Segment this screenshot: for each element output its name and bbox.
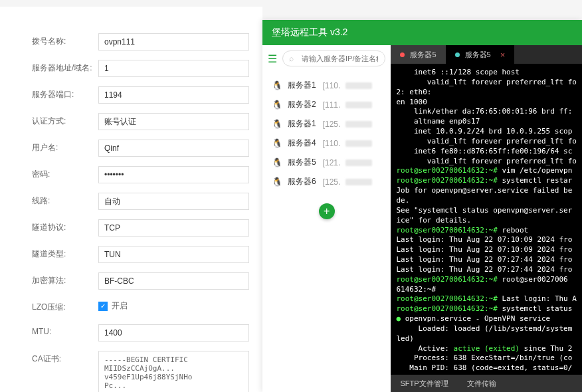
redacted: [345, 179, 372, 185]
server-list-item[interactable]: 🐧服务器4 [110.: [262, 134, 391, 153]
mtu-label: MTU:: [32, 324, 98, 336]
redacted: [345, 102, 372, 108]
server-list-item[interactable]: 🐧服务器1 [125.: [262, 114, 391, 134]
server-port-label: 服务器端口:: [32, 86, 98, 100]
linux-icon: 🐧: [272, 157, 282, 167]
server-name: 服务器6: [288, 176, 316, 187]
ca-cert-textarea[interactable]: -----BEGIN CERTIFIC MIIDSzCCAjOgA... v45…: [98, 351, 249, 392]
linux-icon: 🐧: [272, 177, 282, 187]
terminal-tab[interactable]: 服务器5: [391, 45, 445, 64]
server-port-input[interactable]: [98, 86, 249, 104]
server-search-input[interactable]: [282, 50, 385, 66]
server-name: 服务器4: [288, 138, 316, 149]
linux-icon: 🐧: [272, 80, 282, 90]
linux-icon: 🐧: [272, 138, 282, 148]
server-ip: [111.: [323, 100, 341, 110]
status-dot-icon: [455, 52, 460, 57]
status-dot-icon: [400, 52, 405, 57]
server-ip: [110.: [323, 139, 341, 148]
server-list-item[interactable]: 🐧服务器5 [121.: [262, 153, 391, 172]
server-addr-input[interactable]: [98, 60, 249, 77]
server-list-item[interactable]: 🐧服务器1 [110.: [262, 76, 391, 95]
vpn-config-form: 拨号名称: 服务器地址/域名: 服务器端口: 认证方式: 用户名: 密码: 线路…: [0, 7, 262, 392]
server-addr-label: 服务器地址/域名:: [32, 60, 98, 74]
username-label: 用户名:: [32, 140, 98, 153]
password-input[interactable]: [98, 166, 249, 183]
bottom-tab[interactable]: 文件传输: [458, 375, 506, 392]
server-name: 服务器2: [288, 99, 316, 110]
ca-cert-label: CA证书:: [32, 351, 98, 365]
route-select[interactable]: [98, 193, 249, 210]
tab-label: 服务器5: [410, 50, 436, 60]
route-label: 线路:: [32, 193, 98, 207]
tunnel-type-select[interactable]: [98, 246, 249, 263]
server-list-panel: ☰ ⌕ 🐧服务器1 [110.🐧服务器2 [111.🐧服务器1 [125.🐧服务…: [262, 45, 391, 392]
cipher-select[interactable]: [98, 272, 249, 290]
auth-label: 认证方式:: [32, 113, 98, 127]
dial-name-input[interactable]: [98, 33, 249, 50]
tunnel-type-label: 隧道类型:: [32, 246, 98, 260]
remote-tool-window: 堡塔远程工具 v3.2 ☰ ⌕ 🐧服务器1 [110.🐧服务器2 [111.🐧服…: [262, 20, 582, 392]
menu-icon[interactable]: ☰: [268, 52, 277, 65]
redacted: [345, 140, 372, 147]
bottom-tab[interactable]: SFTP文件管理: [391, 375, 457, 392]
linux-icon: 🐧: [272, 119, 282, 129]
redacted: [345, 121, 372, 128]
tunnel-proto-select[interactable]: [98, 219, 249, 237]
window-title: 堡塔远程工具 v3.2: [262, 20, 582, 45]
server-list-item[interactable]: 🐧服务器2 [111.: [262, 95, 391, 114]
redacted: [345, 159, 372, 166]
password-label: 密码:: [32, 166, 98, 180]
terminal-output[interactable]: inet6 ::1/128 scope host valid_lft forev…: [391, 64, 582, 375]
lzo-checkbox[interactable]: ✓: [98, 302, 108, 311]
server-list-item[interactable]: 🐧服务器6 [125.: [262, 172, 391, 191]
server-ip: [110.: [323, 81, 341, 90]
add-server-button[interactable]: +: [319, 203, 335, 219]
auth-select[interactable]: [98, 113, 249, 130]
server-ip: [125.: [323, 177, 341, 187]
server-name: 服务器1: [288, 118, 316, 130]
tab-label: 服务器5: [465, 50, 491, 60]
redacted: [345, 82, 372, 89]
server-ip: [121.: [323, 158, 341, 167]
server-ip: [125.: [323, 120, 341, 129]
tunnel-proto-label: 隧道协议:: [32, 219, 98, 233]
dial-name-label: 拨号名称:: [32, 33, 98, 47]
cipher-label: 加密算法:: [32, 272, 98, 286]
mtu-input[interactable]: [98, 324, 249, 342]
close-icon[interactable]: ×: [500, 50, 506, 60]
terminal-tab[interactable]: 服务器5×: [446, 45, 515, 64]
lzo-checkbox-label: 开启: [112, 300, 128, 312]
search-icon: ⌕: [289, 54, 294, 63]
server-name: 服务器5: [288, 157, 316, 168]
linux-icon: 🐧: [272, 100, 282, 110]
lzo-label: LZO压缩:: [32, 299, 98, 313]
terminal-panel: 服务器5服务器5× inet6 ::1/128 scope host valid…: [391, 45, 582, 392]
terminal-bottom-bar: SFTP文件管理文件传输: [391, 375, 582, 392]
server-name: 服务器1: [288, 80, 316, 91]
terminal-tab-bar: 服务器5服务器5×: [391, 45, 582, 64]
username-input[interactable]: [98, 140, 249, 157]
